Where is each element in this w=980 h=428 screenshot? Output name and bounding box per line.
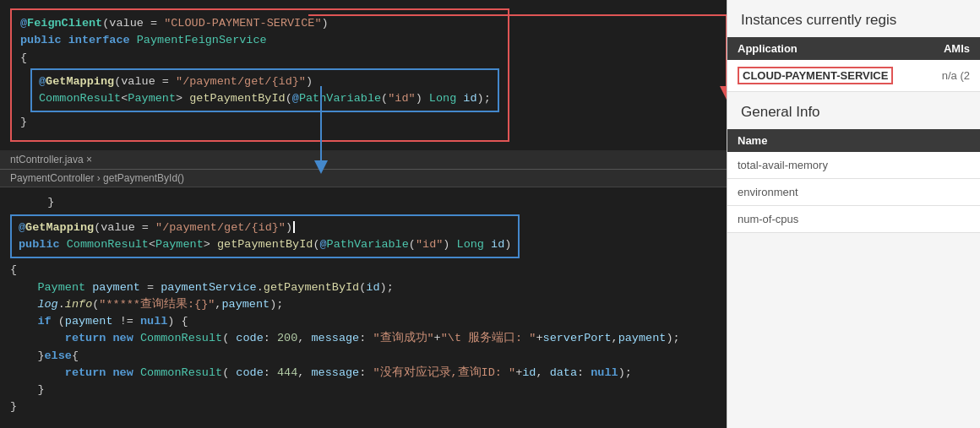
instances-title: Instances currently regis: [741, 12, 896, 28]
app-amis-table-header: Application AMIs: [727, 37, 980, 60]
info-cell-1: total-avail-memory: [738, 159, 828, 171]
get-mapping-1: @GetMapping(value = "/payment/get/{id}"): [39, 73, 491, 90]
amis-column-header: AMIs: [919, 42, 970, 55]
name-column-header: Name: [738, 134, 767, 147]
info-row-3: num-of-cpus: [727, 206, 980, 233]
controller-body: } @GetMapping(value = "/payment/get/{id}…: [0, 187, 727, 423]
tab-label: ntController.java ×: [10, 154, 92, 165]
general-info-header: General Info: [727, 92, 980, 129]
code-panel: @FeignClient(value = "CLOUD-PAYMENT-SERV…: [0, 0, 727, 428]
feign-annotation: @FeignClient(value = "CLOUD-PAYMENT-SERV…: [20, 15, 499, 32]
app-column-header: Application: [738, 42, 919, 55]
info-cell-3: num-of-cpus: [738, 213, 798, 225]
get-mapping-2: @GetMapping(value = "/payment/get/{id}"): [19, 219, 511, 236]
feign-box: @FeignClient(value = "CLOUD-PAYMENT-SERV…: [10, 8, 509, 142]
code-body-3: if (payment != null) {: [10, 313, 716, 330]
code-body-4: return new CommonResult( code: 200, mess…: [10, 330, 716, 347]
info-row-1: total-avail-memory: [727, 152, 980, 179]
controller-breadcrumb: PaymentController › getPaymentById(): [0, 170, 727, 187]
code-body-6: return new CommonResult( code: 444, mess…: [10, 365, 716, 382]
breadcrumb-text: PaymentController › getPaymentById(): [10, 172, 184, 184]
close-brace-1: }: [20, 114, 499, 131]
right-panel: Instances currently regis Application AM…: [727, 0, 980, 428]
code-body-1: Payment payment = paymentService.getPaym…: [10, 279, 716, 296]
service-name-box: CLOUD-PAYMENT-SERVICE: [738, 67, 893, 84]
interface-declaration: public interface PaymentFeignService: [20, 32, 499, 49]
open-brace: {: [20, 50, 499, 67]
code-body-7: }: [10, 382, 716, 398]
feign-section: @FeignClient(value = "CLOUD-PAYMENT-SERV…: [0, 0, 727, 150]
code-body-8: }: [10, 398, 716, 415]
general-info-title: General Info: [741, 104, 820, 120]
method-signature-2: public CommonResult<Payment> getPaymentB…: [19, 236, 511, 253]
service-name-cell: CLOUD-PAYMENT-SERVICE: [738, 67, 919, 84]
service-table-row[interactable]: CLOUD-PAYMENT-SERVICE n/a (2: [727, 60, 980, 92]
info-table-header: Name: [727, 129, 980, 152]
info-cell-2: environment: [738, 186, 798, 198]
info-row-2: environment: [727, 179, 980, 206]
open-brace-method: {: [10, 262, 716, 279]
controller-tab[interactable]: ntController.java ×: [0, 150, 727, 170]
indent-brace: }: [10, 194, 716, 211]
code-body-2: log.info("*****查询结果:{}",payment);: [10, 296, 716, 313]
code-body-5: }else{: [10, 348, 716, 365]
instances-header: Instances currently regis: [727, 0, 980, 37]
service-amis-cell: n/a (2: [919, 69, 970, 82]
method-signature-1: CommonResult<Payment> getPaymentById(@Pa…: [39, 90, 491, 107]
